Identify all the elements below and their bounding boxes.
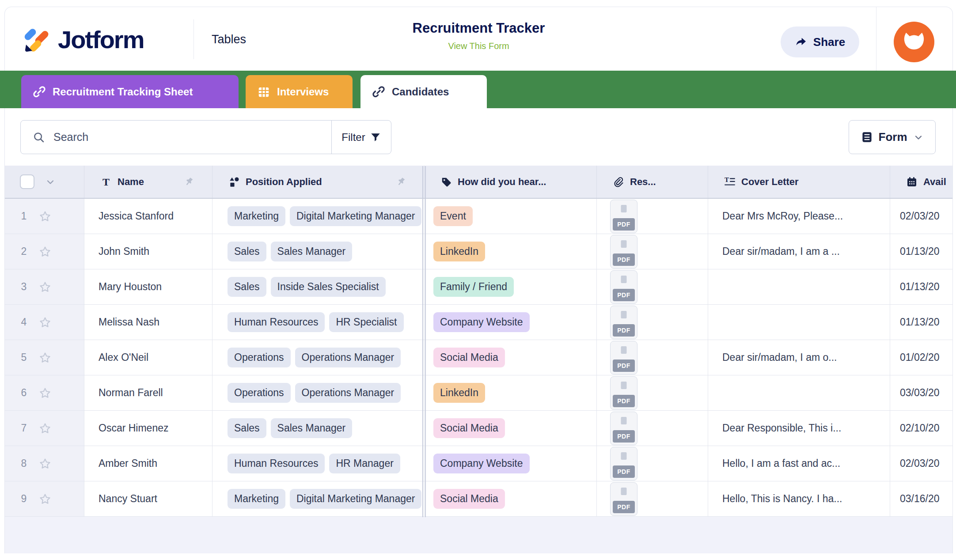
name-cell[interactable]: Melissa Nash	[84, 305, 212, 340]
column-header-cover-letter[interactable]: T Cover Letter	[708, 166, 890, 198]
position-cell[interactable]: MarketingDigital Marketing Manager	[212, 199, 425, 234]
hear-cell[interactable]: Social Media	[425, 481, 597, 516]
column-header-how-did-you-hear[interactable]: How did you hear...	[425, 166, 597, 198]
availability-cell[interactable]: 01/13/20	[890, 234, 952, 269]
hear-cell[interactable]: Event	[425, 199, 597, 234]
hear-cell[interactable]: LinkedIn	[425, 234, 597, 269]
star-icon[interactable]	[38, 422, 52, 435]
cover-letter-cell[interactable]: Dear sir/madam, I am a ...	[708, 234, 890, 269]
column-header-resume[interactable]: Res...	[597, 166, 708, 198]
availability-cell[interactable]: 03/16/20	[890, 481, 952, 516]
column-header-name[interactable]: T Name	[84, 166, 212, 198]
header-divider	[193, 19, 194, 59]
position-cell[interactable]: SalesSales Manager	[212, 411, 425, 446]
view-form-link[interactable]: View This Form	[448, 41, 509, 51]
cover-letter-cell[interactable]	[708, 305, 890, 340]
pdf-attachment[interactable]: PDF	[610, 306, 637, 339]
tab-interviews[interactable]: Interviews	[246, 75, 353, 108]
name-cell[interactable]: John Smith	[84, 234, 212, 269]
availability-cell[interactable]: 01/13/20	[890, 269, 952, 304]
star-icon[interactable]	[38, 210, 52, 223]
resume-cell[interactable]: PDF	[597, 234, 708, 269]
tag-icon	[440, 176, 452, 188]
name-cell[interactable]: Amber Smith	[84, 446, 212, 481]
availability-cell[interactable]: 02/10/20	[890, 411, 952, 446]
column-header-availability[interactable]: Avail	[890, 166, 952, 198]
pdf-label: PDF	[613, 289, 635, 301]
hear-cell[interactable]: LinkedIn	[425, 375, 597, 410]
cover-letter-cell[interactable]: Hello, I am a fast and ac...	[708, 446, 890, 481]
resume-cell[interactable]: PDF	[597, 269, 708, 304]
cover-letter-cell[interactable]: Dear Mrs McRoy, Please...	[708, 199, 890, 234]
cover-letter-cell[interactable]: Hello, This is Nancy. I ha...	[708, 481, 890, 516]
star-icon[interactable]	[38, 280, 52, 294]
position-cell[interactable]: SalesInside Sales Specialist	[212, 269, 425, 304]
avatar[interactable]	[894, 22, 934, 62]
cover-letter-cell[interactable]: Dear sir/madam, I am o...	[708, 340, 890, 375]
cover-letter-cell[interactable]: Dear Responsible, This i...	[708, 411, 890, 446]
name-cell[interactable]: Oscar Himenez	[84, 411, 212, 446]
pin-icon[interactable]	[183, 176, 194, 188]
pdf-attachment[interactable]: PDF	[610, 412, 637, 445]
position-cell[interactable]: Human ResourcesHR Manager	[212, 446, 425, 481]
availability-cell[interactable]: 01/02/20	[890, 340, 952, 375]
pdf-attachment[interactable]: PDF	[610, 200, 637, 233]
resume-cell[interactable]: PDF	[597, 411, 708, 446]
cover-letter-cell[interactable]	[708, 269, 890, 304]
availability-cell[interactable]: 02/03/20	[890, 199, 952, 234]
name-cell[interactable]: Nancy Stuart	[84, 481, 212, 516]
name-cell[interactable]: Alex O'Neil	[84, 340, 212, 375]
star-icon[interactable]	[38, 492, 52, 506]
hear-badge: LinkedIn	[433, 242, 485, 261]
document-glyph	[621, 346, 627, 354]
form-view-button[interactable]: Form	[849, 120, 936, 154]
resume-cell[interactable]: PDF	[597, 446, 708, 481]
pdf-attachment[interactable]: PDF	[610, 270, 637, 304]
tab-candidates[interactable]: Candidates	[360, 75, 487, 108]
position-cell[interactable]: SalesSales Manager	[212, 234, 425, 269]
hear-cell[interactable]: Social Media	[425, 411, 597, 446]
pdf-attachment[interactable]: PDF	[610, 235, 637, 269]
position-cell[interactable]: OperationsOperations Manager	[212, 375, 425, 410]
share-button[interactable]: Share	[781, 26, 859, 57]
tab-recruitment-tracking-sheet[interactable]: Recruitment Tracking Sheet	[21, 75, 239, 108]
row-number: 4	[20, 316, 28, 328]
pdf-attachment[interactable]: PDF	[610, 341, 637, 375]
chevron-down-icon[interactable]	[45, 177, 56, 187]
position-cell[interactable]: OperationsOperations Manager	[212, 340, 425, 375]
position-cell[interactable]: MarketingDigital Marketing Manager	[212, 481, 425, 516]
pdf-attachment[interactable]: PDF	[610, 482, 637, 516]
name-cell[interactable]: Mary Houston	[84, 269, 212, 304]
name-cell[interactable]: Jessica Stanford	[84, 199, 212, 234]
cover-letter-cell[interactable]	[708, 375, 890, 410]
pdf-attachment[interactable]: PDF	[610, 447, 637, 481]
pdf-label: PDF	[613, 359, 635, 372]
star-icon[interactable]	[38, 316, 52, 329]
position-badge: Digital Marketing Manager	[290, 489, 421, 508]
pin-icon[interactable]	[395, 176, 406, 188]
availability-cell[interactable]: 03/03/20	[890, 375, 952, 410]
star-icon[interactable]	[38, 245, 52, 258]
availability-cell[interactable]: 01/13/20	[890, 305, 952, 340]
position-cell[interactable]: Human ResourcesHR Specialist	[212, 305, 425, 340]
name-cell[interactable]: Norman Farell	[84, 375, 212, 410]
resume-cell[interactable]: PDF	[597, 375, 708, 410]
star-icon[interactable]	[38, 457, 52, 470]
resume-cell[interactable]: PDF	[597, 340, 708, 375]
resume-cell[interactable]: PDF	[597, 305, 708, 340]
resume-cell[interactable]: PDF	[597, 481, 708, 516]
pdf-attachment[interactable]: PDF	[610, 376, 637, 410]
resume-cell[interactable]: PDF	[597, 199, 708, 234]
hear-cell[interactable]: Family / Friend	[425, 269, 597, 304]
hear-cell[interactable]: Social Media	[425, 340, 597, 375]
star-icon[interactable]	[38, 351, 52, 364]
jotform-logo[interactable]: Jotform	[23, 23, 144, 56]
hear-cell[interactable]: Company Website	[425, 305, 597, 340]
star-icon[interactable]	[38, 386, 52, 400]
select-all-checkbox[interactable]	[20, 174, 34, 189]
availability-cell[interactable]: 02/03/20	[890, 446, 952, 481]
column-header-position-applied[interactable]: Position Applied	[212, 166, 425, 198]
hear-cell[interactable]: Company Website	[425, 446, 597, 481]
filter-button[interactable]: Filter	[331, 121, 391, 154]
search-input[interactable]	[53, 131, 331, 144]
